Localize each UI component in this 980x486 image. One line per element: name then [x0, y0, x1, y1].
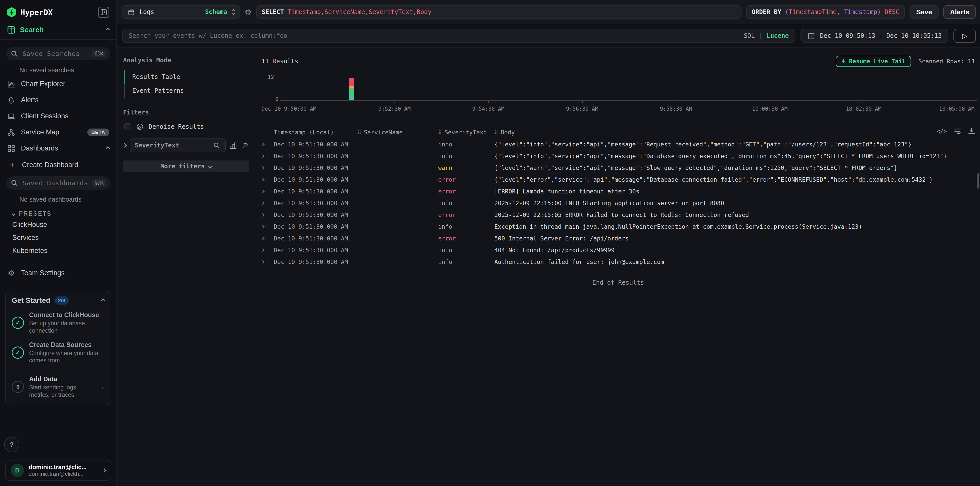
table-row[interactable]: Dec 10 9:51:30.000 AM info Authenticatio…	[261, 256, 975, 268]
expand-row-icon[interactable]	[261, 213, 264, 217]
scrollbar-thumb[interactable]	[977, 173, 979, 188]
cell-timestamp: Dec 10 9:51:30.000 AM	[274, 176, 358, 183]
denoise-results-toggle[interactable]: Denoise Results	[124, 123, 249, 130]
table-row[interactable]: Dec 10 9:51:30.000 AM error 2025-12-09 2…	[261, 209, 975, 221]
cell-body: {"level":"warn","service":"api","message…	[494, 164, 975, 171]
help-button[interactable]: ?	[4, 437, 19, 452]
cell-body: 2025-12-09 22:15:00 INFO Starting applic…	[494, 200, 975, 206]
cell-severity: error	[438, 212, 494, 218]
date-range-picker[interactable]: 1 Dec 10 09:50:13 - Dec 10 10:05:13	[800, 29, 948, 43]
resume-live-tail-button[interactable]: Resume Live Tail	[836, 56, 911, 67]
create-dashboard-button[interactable]: + Create Dashboard	[0, 156, 116, 173]
drag-handle-icon[interactable]: ⠿	[358, 129, 361, 136]
filters-label: Filters	[123, 109, 249, 116]
expand-row-icon[interactable]	[261, 249, 264, 252]
chevron-down-icon	[208, 164, 212, 169]
table-row[interactable]: Dec 10 9:51:30.000 AM info Exception in …	[261, 221, 975, 233]
event-search-input[interactable]: Search your events w/ Lucene ex. column:…	[122, 29, 795, 43]
sidebar-item-label: Dashboards	[21, 144, 100, 152]
mode-event-patterns[interactable]: Event Patterns	[125, 84, 249, 97]
mode-lucene[interactable]: Lucene	[767, 32, 789, 39]
chart-bar[interactable]	[349, 76, 354, 100]
col-timestamp[interactable]: Timestamp (Local)	[274, 129, 358, 136]
expand-row-icon[interactable]	[261, 237, 264, 240]
shortcut-badge: ⌘K	[92, 179, 106, 186]
cell-body: [ERROR] Lambda function timeout after 30…	[494, 188, 975, 195]
sidebar-item-chart-explorer[interactable]: Chart Explorer	[0, 76, 116, 92]
table-row[interactable]: Dec 10 9:51:30.000 AM error {"level":"er…	[261, 174, 975, 185]
drag-handle-icon[interactable]: ⠿	[494, 129, 498, 136]
expand-row-icon[interactable]	[261, 178, 264, 182]
drag-handle-icon[interactable]: ⠿	[438, 129, 442, 136]
saved-dashboards-input[interactable]: Saved Dashboards ⌘K	[6, 176, 110, 190]
step-title: Connect to ClickHouse	[29, 311, 105, 319]
order-by-input[interactable]: ORDER BY (TimestampTime, Timestamp) DESC	[746, 5, 905, 19]
table-row[interactable]: Dec 10 9:51:30.000 AM info {"level":"inf…	[261, 150, 975, 162]
expand-row-icon[interactable]	[261, 201, 264, 205]
expand-row-icon[interactable]	[261, 143, 264, 146]
chevron-right-icon	[102, 468, 107, 473]
more-filters-button[interactable]: More filters	[123, 161, 249, 172]
download-csv-icon[interactable]	[968, 128, 975, 134]
alerts-button[interactable]: Alerts	[943, 5, 976, 19]
events-histogram[interactable]: 12 0 Dec 10 9:50:00 AM9:52:30 AM9:54:30 …	[261, 74, 977, 115]
table-row[interactable]: Dec 10 9:51:30.000 AM info {"level":"inf…	[261, 139, 975, 150]
expand-row-icon[interactable]	[261, 190, 264, 193]
preset-item[interactable]: Kubernetes	[0, 244, 116, 257]
source-settings-gear-icon[interactable]: ⚙	[245, 8, 251, 17]
x-tick-label: 10:05:00 AM	[939, 106, 975, 112]
user-card[interactable]: D dominic.tran@clic... dominic.tran@clic…	[5, 460, 111, 481]
col-servicename[interactable]: ⠿ServiceName	[358, 129, 438, 136]
collapse-sidebar-icon[interactable]	[98, 6, 109, 18]
svg-text:1: 1	[810, 35, 812, 39]
sidebar-item-alerts[interactable]: Alerts	[0, 92, 116, 108]
table-row[interactable]: Dec 10 9:51:30.000 AM info 404 Not Found…	[261, 244, 975, 256]
col-severitytext[interactable]: ⠿SeverityText	[438, 129, 494, 136]
preset-item[interactable]: Services	[0, 231, 116, 244]
mode-sql[interactable]: SQL	[744, 32, 755, 39]
saved-searches-input[interactable]: Saved Searches ⌘K	[6, 47, 110, 60]
get-started-step[interactable]: 3 Add Data Start sending logs, metrics, …	[12, 375, 105, 398]
table-row[interactable]: Dec 10 9:51:30.000 AM error 500 Internal…	[261, 233, 975, 244]
get-started-step[interactable]: ✓ Create Data Sources Configure where yo…	[12, 341, 105, 364]
shortcut-badge: ⌘K	[92, 50, 106, 57]
bar-chart-icon[interactable]	[229, 142, 237, 149]
chevron-right-icon[interactable]	[123, 143, 127, 148]
denoise-checkbox[interactable]	[124, 123, 131, 130]
get-started-step[interactable]: ✓ Connect to ClickHouse Set up your data…	[12, 311, 105, 335]
sidebar-item-dashboards[interactable]: Dashboards	[0, 140, 116, 156]
chevron-down-icon	[12, 212, 15, 215]
select-query-input[interactable]: SELECT Timestamp,ServiceName,SeverityTex…	[256, 5, 741, 19]
wrap-lines-icon[interactable]	[954, 128, 961, 134]
sidebar-item-label: Chart Explorer	[21, 80, 65, 88]
cell-timestamp: Dec 10 9:51:30.000 AM	[274, 188, 358, 195]
table-row[interactable]: Dec 10 9:51:30.000 AM error [ERROR] Lamb…	[261, 185, 975, 197]
table-row[interactable]: Dec 10 9:51:30.000 AM info 2025-12-09 22…	[261, 197, 975, 209]
col-body[interactable]: ⠿Body	[494, 129, 975, 136]
expand-row-icon[interactable]	[261, 260, 264, 264]
preset-item[interactable]: ClickHouse	[0, 218, 116, 231]
chevron-up-icon[interactable]	[106, 146, 110, 150]
pin-icon[interactable]	[241, 142, 249, 149]
sidebar-item-service-map[interactable]: Service Map BETA	[0, 124, 116, 140]
expand-row-icon[interactable]	[261, 155, 264, 158]
sidebar-item-team-settings[interactable]: ⚙ Team Settings	[0, 265, 116, 282]
save-button[interactable]: Save	[910, 5, 939, 19]
select-chevrons-icon	[232, 10, 234, 14]
code-view-icon[interactable]: </>	[937, 128, 947, 134]
chevron-up-icon[interactable]	[101, 298, 105, 303]
sidebar-item-client-sessions[interactable]: Client Sessions	[0, 108, 116, 124]
chevron-up-icon[interactable]	[106, 28, 110, 32]
table-row[interactable]: Dec 10 9:51:30.000 AM warn {"level":"war…	[261, 162, 975, 174]
select-keyword: SELECT	[262, 8, 288, 16]
expand-row-icon[interactable]	[261, 166, 264, 170]
severity-filter-input[interactable]: SeverityText	[130, 139, 226, 152]
calendar-icon: 1	[807, 32, 815, 39]
source-select[interactable]: Logs Schema	[121, 5, 240, 19]
expand-row-icon[interactable]	[261, 225, 264, 228]
mode-results-table[interactable]: Results Table	[125, 70, 249, 84]
run-query-play-button[interactable]: ▷	[953, 29, 976, 43]
presets-section[interactable]: PRESETS	[12, 210, 116, 217]
sidebar-item-search[interactable]: Search	[0, 24, 116, 40]
topbar: Logs Schema ⚙ SELECT Timestamp,ServiceNa…	[117, 0, 980, 24]
